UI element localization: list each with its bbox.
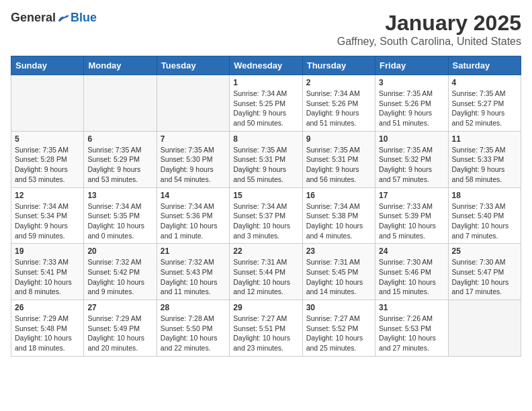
- calendar-week-row: 19Sunrise: 7:33 AMSunset: 5:41 PMDayligh…: [11, 244, 521, 300]
- calendar-table: SundayMondayTuesdayWednesdayThursdayFrid…: [11, 56, 521, 357]
- day-info: Sunrise: 7:35 AMSunset: 5:26 PMDaylight:…: [379, 89, 444, 128]
- day-info: Sunrise: 7:27 AMSunset: 5:52 PMDaylight:…: [306, 314, 371, 353]
- day-number: 8: [233, 134, 298, 144]
- calendar-cell: 14Sunrise: 7:34 AMSunset: 5:36 PMDayligh…: [157, 187, 229, 244]
- day-info: Sunrise: 7:35 AMSunset: 5:31 PMDaylight:…: [306, 145, 371, 185]
- calendar-week-row: 1Sunrise: 7:34 AMSunset: 5:25 PMDaylight…: [11, 75, 521, 132]
- calendar-cell: 17Sunrise: 7:33 AMSunset: 5:39 PMDayligh…: [375, 187, 448, 244]
- day-info: Sunrise: 7:35 AMSunset: 5:29 PMDaylight:…: [87, 145, 152, 185]
- day-info: Sunrise: 7:33 AMSunset: 5:40 PMDaylight:…: [452, 201, 517, 241]
- page-header: General Blue January 2025 Gaffney, South…: [11, 11, 521, 48]
- day-number: 13: [87, 191, 152, 200]
- calendar-cell: 15Sunrise: 7:34 AMSunset: 5:37 PMDayligh…: [230, 187, 302, 244]
- calendar-cell: [84, 75, 157, 132]
- day-number: 12: [15, 191, 80, 200]
- logo-bird-icon: [57, 13, 71, 24]
- day-info: Sunrise: 7:34 AMSunset: 5:34 PMDaylight:…: [15, 201, 80, 241]
- calendar-cell: 23Sunrise: 7:31 AMSunset: 5:45 PMDayligh…: [302, 244, 375, 300]
- day-number: 1: [233, 78, 298, 87]
- calendar-cell: 9Sunrise: 7:35 AMSunset: 5:31 PMDaylight…: [302, 131, 375, 187]
- calendar-cell: [157, 75, 229, 132]
- day-number: 30: [306, 303, 371, 312]
- calendar-week-row: 26Sunrise: 7:29 AMSunset: 5:48 PMDayligh…: [11, 300, 521, 357]
- day-number: 26: [15, 303, 80, 312]
- calendar-header-row: SundayMondayTuesdayWednesdayThursdayFrid…: [11, 56, 521, 75]
- calendar-cell: 20Sunrise: 7:32 AMSunset: 5:42 PMDayligh…: [84, 244, 157, 300]
- day-info: Sunrise: 7:29 AMSunset: 5:48 PMDaylight:…: [15, 314, 80, 353]
- day-number: 2: [306, 78, 371, 87]
- day-number: 9: [306, 134, 371, 144]
- day-header-sunday: Sunday: [11, 56, 84, 75]
- day-info: Sunrise: 7:34 AMSunset: 5:36 PMDaylight:…: [161, 201, 226, 241]
- day-info: Sunrise: 7:35 AMSunset: 5:33 PMDaylight:…: [452, 145, 517, 185]
- day-info: Sunrise: 7:30 AMSunset: 5:46 PMDaylight:…: [379, 257, 444, 297]
- day-info: Sunrise: 7:34 AMSunset: 5:25 PMDaylight:…: [233, 89, 298, 128]
- day-number: 18: [452, 191, 517, 200]
- calendar-cell: [448, 300, 521, 357]
- calendar-cell: 18Sunrise: 7:33 AMSunset: 5:40 PMDayligh…: [448, 187, 521, 244]
- day-number: 20: [87, 246, 152, 256]
- month-title: January 2025: [337, 11, 521, 36]
- day-info: Sunrise: 7:34 AMSunset: 5:37 PMDaylight:…: [233, 201, 298, 241]
- day-number: 27: [87, 303, 152, 312]
- day-header-friday: Friday: [375, 56, 448, 75]
- calendar-cell: 12Sunrise: 7:34 AMSunset: 5:34 PMDayligh…: [11, 187, 84, 244]
- calendar-cell: 11Sunrise: 7:35 AMSunset: 5:33 PMDayligh…: [448, 131, 521, 187]
- day-number: 17: [379, 191, 444, 200]
- day-number: 11: [452, 134, 517, 144]
- day-info: Sunrise: 7:31 AMSunset: 5:45 PMDaylight:…: [306, 257, 371, 297]
- day-number: 19: [15, 246, 80, 256]
- calendar-cell: 4Sunrise: 7:35 AMSunset: 5:27 PMDaylight…: [448, 75, 521, 132]
- calendar-cell: 22Sunrise: 7:31 AMSunset: 5:44 PMDayligh…: [230, 244, 302, 300]
- day-info: Sunrise: 7:29 AMSunset: 5:49 PMDaylight:…: [87, 314, 152, 353]
- day-header-monday: Monday: [84, 56, 157, 75]
- day-number: 3: [379, 78, 444, 87]
- day-info: Sunrise: 7:35 AMSunset: 5:30 PMDaylight:…: [161, 145, 226, 185]
- day-number: 4: [452, 78, 517, 87]
- day-info: Sunrise: 7:34 AMSunset: 5:38 PMDaylight:…: [306, 201, 371, 241]
- calendar-cell: [11, 75, 84, 132]
- calendar-cell: 8Sunrise: 7:35 AMSunset: 5:31 PMDaylight…: [230, 131, 302, 187]
- day-number: 29: [233, 303, 298, 312]
- day-info: Sunrise: 7:33 AMSunset: 5:41 PMDaylight:…: [15, 257, 80, 297]
- calendar-cell: 3Sunrise: 7:35 AMSunset: 5:26 PMDaylight…: [375, 75, 448, 132]
- day-info: Sunrise: 7:34 AMSunset: 5:35 PMDaylight:…: [87, 201, 152, 241]
- calendar-cell: 28Sunrise: 7:28 AMSunset: 5:50 PMDayligh…: [157, 300, 229, 357]
- day-info: Sunrise: 7:32 AMSunset: 5:43 PMDaylight:…: [161, 257, 226, 297]
- logo: General Blue: [11, 11, 97, 25]
- calendar-cell: 2Sunrise: 7:34 AMSunset: 5:26 PMDaylight…: [302, 75, 375, 132]
- calendar-cell: 31Sunrise: 7:26 AMSunset: 5:53 PMDayligh…: [375, 300, 448, 357]
- day-number: 25: [452, 246, 517, 256]
- calendar-cell: 19Sunrise: 7:33 AMSunset: 5:41 PMDayligh…: [11, 244, 84, 300]
- day-header-wednesday: Wednesday: [230, 56, 302, 75]
- logo-general-text: General: [11, 11, 56, 25]
- day-info: Sunrise: 7:27 AMSunset: 5:51 PMDaylight:…: [233, 314, 298, 353]
- day-info: Sunrise: 7:35 AMSunset: 5:31 PMDaylight:…: [233, 145, 298, 185]
- day-info: Sunrise: 7:35 AMSunset: 5:28 PMDaylight:…: [15, 145, 80, 185]
- calendar-cell: 13Sunrise: 7:34 AMSunset: 5:35 PMDayligh…: [84, 187, 157, 244]
- day-info: Sunrise: 7:35 AMSunset: 5:27 PMDaylight:…: [452, 89, 517, 128]
- calendar-cell: 5Sunrise: 7:35 AMSunset: 5:28 PMDaylight…: [11, 131, 84, 187]
- calendar-cell: 30Sunrise: 7:27 AMSunset: 5:52 PMDayligh…: [302, 300, 375, 357]
- day-header-tuesday: Tuesday: [157, 56, 229, 75]
- calendar-cell: 24Sunrise: 7:30 AMSunset: 5:46 PMDayligh…: [375, 244, 448, 300]
- day-number: 15: [233, 191, 298, 200]
- day-number: 22: [233, 246, 298, 256]
- title-section: January 2025 Gaffney, South Carolina, Un…: [337, 11, 521, 48]
- day-header-thursday: Thursday: [302, 56, 375, 75]
- day-info: Sunrise: 7:28 AMSunset: 5:50 PMDaylight:…: [161, 314, 226, 353]
- day-info: Sunrise: 7:31 AMSunset: 5:44 PMDaylight:…: [233, 257, 298, 297]
- day-info: Sunrise: 7:32 AMSunset: 5:42 PMDaylight:…: [87, 257, 152, 297]
- day-number: 23: [306, 246, 371, 256]
- day-number: 16: [306, 191, 371, 200]
- day-number: 14: [161, 191, 226, 200]
- calendar-cell: 16Sunrise: 7:34 AMSunset: 5:38 PMDayligh…: [302, 187, 375, 244]
- day-info: Sunrise: 7:26 AMSunset: 5:53 PMDaylight:…: [379, 314, 444, 353]
- day-number: 5: [15, 134, 80, 144]
- day-info: Sunrise: 7:35 AMSunset: 5:32 PMDaylight:…: [379, 145, 444, 185]
- day-number: 31: [379, 303, 444, 312]
- day-info: Sunrise: 7:33 AMSunset: 5:39 PMDaylight:…: [379, 201, 444, 241]
- day-number: 28: [161, 303, 226, 312]
- logo-blue-text: Blue: [71, 11, 97, 25]
- calendar-cell: 29Sunrise: 7:27 AMSunset: 5:51 PMDayligh…: [230, 300, 302, 357]
